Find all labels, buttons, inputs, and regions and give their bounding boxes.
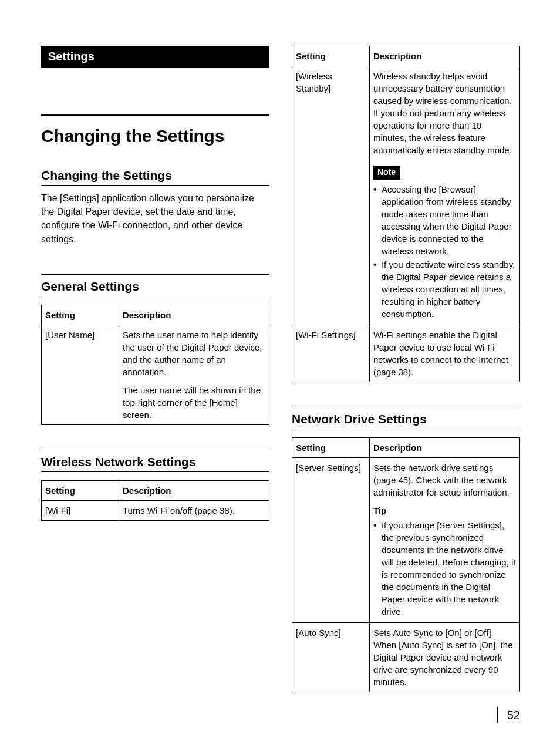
table-row: [Wireless Standby] Wireless standby help…	[292, 66, 520, 325]
right-column: Setting Description [Wireless Standby] W…	[292, 46, 520, 717]
table-row: [Wi-Fi] Turns Wi-Fi on/off (page 38).	[42, 500, 269, 520]
wireless-network-heading: Wireless Network Settings	[41, 450, 269, 472]
setting-description: Sets Auto Sync to [On] or [Off]. When [A…	[369, 622, 519, 692]
tip-list: If you change [Server Settings], the pre…	[373, 519, 516, 618]
general-settings-table: Setting Description [User Name] Sets the…	[41, 305, 269, 425]
wireless-settings-table-1: Setting Description [Wi-Fi] Turns Wi-Fi …	[41, 480, 269, 521]
settings-banner: Settings	[41, 46, 269, 68]
setting-name: [Server Settings]	[292, 457, 370, 622]
setting-name: [Wi-Fi]	[42, 500, 119, 520]
setting-description: Wi-Fi settings enable the Digital Paper …	[369, 325, 519, 382]
table-row: [User Name] Sets the user name to help i…	[42, 325, 269, 424]
page-number: 52	[497, 707, 520, 723]
note-list: Accessing the [Browser] application from…	[373, 183, 516, 320]
col-header-description: Description	[119, 480, 269, 500]
general-settings-heading: General Settings	[41, 274, 269, 296]
setting-description: Turns Wi-Fi on/off (page 38).	[119, 500, 269, 520]
setting-name: [Wi-Fi Settings]	[292, 325, 370, 382]
col-header-description: Description	[369, 437, 519, 457]
setting-description: Wireless standby helps avoid unnecessary…	[369, 66, 519, 325]
col-header-description: Description	[119, 305, 269, 325]
table-row: [Wi-Fi Settings] Wi-Fi settings enable t…	[292, 325, 520, 382]
intro-paragraph: The [Settings] application allows you to…	[41, 191, 269, 246]
table-row: [Auto Sync] Sets Auto Sync to [On] or [O…	[292, 622, 520, 692]
setting-description: Sets the network drive settings (page 45…	[369, 457, 519, 622]
setting-description: Sets the user name to help identify the …	[119, 325, 269, 424]
subsection-changing: Changing the Settings	[41, 169, 269, 186]
note-badge: Note	[373, 166, 400, 180]
table-row: [Server Settings] Sets the network drive…	[292, 457, 520, 622]
list-item: Accessing the [Browser] application from…	[373, 183, 516, 257]
network-drive-table: Setting Description [Server Settings] Se…	[292, 437, 520, 692]
col-header-setting: Setting	[42, 305, 119, 325]
tip-heading: Tip	[373, 504, 516, 517]
network-drive-heading: Network Drive Settings	[292, 407, 520, 429]
setting-name: [User Name]	[42, 325, 119, 424]
list-item: If you change [Server Settings], the pre…	[373, 519, 516, 618]
setting-name: [Wireless Standby]	[292, 66, 370, 325]
left-column: Settings Changing the Settings Changing …	[41, 46, 269, 717]
col-header-setting: Setting	[292, 46, 370, 66]
page-title: Changing the Settings	[41, 114, 269, 146]
col-header-setting: Setting	[292, 437, 370, 457]
wireless-settings-table-2: Setting Description [Wireless Standby] W…	[292, 46, 520, 382]
setting-name: [Auto Sync]	[292, 622, 370, 692]
col-header-setting: Setting	[42, 480, 119, 500]
list-item: If you deactivate wireless standby, the …	[373, 258, 516, 320]
col-header-description: Description	[369, 46, 519, 66]
